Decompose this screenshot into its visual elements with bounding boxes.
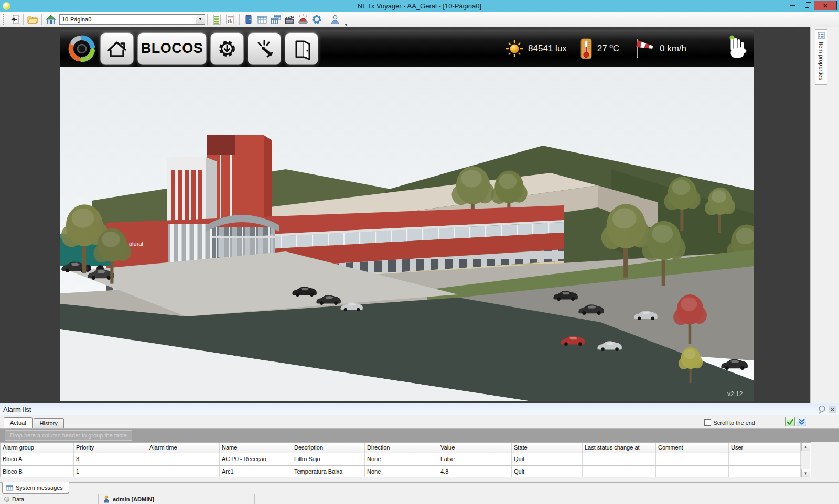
report-icon [224, 14, 236, 25]
alarm-cell: 1 [74, 465, 147, 477]
column-header[interactable]: Value [438, 443, 512, 453]
door-icon [290, 37, 313, 60]
alarm-cell: None [365, 465, 438, 477]
dropdown-arrow-icon[interactable]: ▼ [196, 15, 205, 24]
scroll-down-icon[interactable]: ▼ [801, 469, 810, 477]
status-filler [255, 494, 839, 504]
gear-download-icon [216, 37, 239, 60]
lighting-nav-button[interactable] [248, 32, 281, 65]
column-header[interactable]: State [512, 443, 583, 453]
building-logo-text: plural [129, 240, 143, 247]
properties-icon [818, 32, 825, 39]
scheduler-button[interactable] [283, 13, 296, 26]
touch-control-button[interactable] [726, 35, 747, 62]
separator [207, 14, 208, 25]
alarm-cell: Quit [512, 465, 583, 477]
panel-close-icon[interactable]: ✕ [829, 406, 836, 413]
sun-icon [505, 39, 524, 58]
tab-actual-label: Actual [10, 420, 26, 426]
log-list-icon [211, 14, 222, 25]
alarm-list-button[interactable] [296, 13, 310, 26]
alarm-cell: 4.8 [438, 465, 512, 477]
scroll-up-icon[interactable]: ▲ [801, 443, 810, 451]
alarm-table-scrollbar[interactable]: ▲ ▼ [801, 443, 810, 477]
report-button[interactable] [223, 13, 237, 26]
user-icon [329, 14, 341, 25]
table-icon [256, 14, 268, 25]
column-header[interactable]: Alarm time [147, 443, 220, 453]
multi-table-button[interactable] [269, 13, 283, 26]
home-page-button[interactable] [44, 13, 58, 26]
column-header[interactable]: Direction [365, 443, 438, 453]
close-button[interactable]: ✕ [814, 1, 837, 10]
toolbar-overflow-button[interactable]: ▾ [345, 24, 347, 26]
alarm-row[interactable]: Bloco A3AC P0 - ReceçãoFiltro SujoNoneFa… [1, 453, 801, 465]
log-list-button[interactable] [210, 13, 223, 26]
item-properties-label: Item properties [818, 42, 824, 80]
home-nav-button[interactable] [100, 32, 134, 65]
alarm-cell: AC P0 - Receção [220, 453, 292, 465]
alarm-cell: Filtro Sujo [292, 453, 365, 465]
main-toolbar: 10-Página0 ▼ ▾ [0, 12, 839, 27]
close-icon: ✕ [823, 3, 828, 9]
alarm-row[interactable]: Bloco B1Arc1Temperatura BaixaNone4.8Quit [1, 465, 801, 477]
tab-history[interactable]: History [34, 418, 64, 428]
alarm-cell [583, 453, 656, 465]
home-icon [45, 14, 57, 25]
column-header[interactable]: User [729, 443, 801, 453]
column-header[interactable]: Last status change at [583, 443, 656, 453]
restore-button[interactable] [800, 1, 814, 10]
status-bar: Data admin [ADMIN] [0, 494, 839, 504]
column-header[interactable]: Comment [656, 443, 729, 453]
open-button[interactable] [26, 13, 39, 26]
alarm-panel-title: Alarm list [3, 406, 31, 413]
alarm-panel: Alarm list ✕ Actual History Scroll to th… [0, 403, 839, 482]
status-empty-cell [201, 494, 255, 504]
column-header[interactable]: Alarm group [1, 443, 74, 453]
status-data-cell: Data [0, 494, 99, 504]
blocos-nav-button[interactable]: BLOCOS [137, 32, 207, 65]
column-header[interactable]: Description [292, 443, 365, 453]
page-selector[interactable]: 10-Página0 ▼ [59, 14, 205, 25]
messages-table-icon [6, 484, 13, 491]
right-dock: Item properties [810, 27, 839, 403]
scheduler-icon [284, 14, 295, 25]
thermometer-icon [579, 38, 593, 60]
separator [629, 38, 629, 60]
page-canvas: BLOCOS [0, 27, 810, 403]
jump-to-end-button[interactable] [797, 417, 806, 426]
toolbar-grip[interactable] [3, 14, 5, 25]
column-header[interactable]: Priority [74, 443, 147, 453]
data-status-icon [4, 497, 9, 502]
alarm-cell [729, 465, 801, 477]
system-messages-tab[interactable]: System messages [2, 482, 69, 494]
back-button[interactable] [7, 13, 21, 26]
minimize-button[interactable] [786, 1, 800, 10]
door-panel-button[interactable] [242, 13, 255, 26]
settings-button[interactable] [310, 13, 324, 26]
doors-nav-button[interactable] [285, 32, 318, 65]
separator [23, 14, 24, 25]
user-button[interactable] [328, 13, 342, 26]
alarm-cell: False [438, 453, 512, 465]
alarm-cell: Temperatura Baixa [292, 465, 365, 477]
netx-swirl-logo [67, 34, 96, 63]
light-scene-icon [253, 37, 276, 60]
settings-nav-button[interactable] [210, 32, 244, 65]
tab-actual[interactable]: Actual [4, 417, 33, 428]
alarm-cell [583, 465, 656, 477]
table-view-button[interactable] [255, 13, 269, 26]
alarm-cell: Arc1 [220, 465, 292, 477]
group-by-bar[interactable]: Drop here a column header to group the t… [0, 428, 839, 442]
group-hint: Drop here a column header to group the t… [5, 430, 132, 441]
item-properties-tab[interactable]: Item properties [815, 29, 827, 85]
scroll-to-end-checkbox[interactable] [704, 419, 711, 426]
wind-speed-value: 0 km/h [660, 43, 686, 54]
minimize-icon [790, 5, 795, 6]
pin-balloon-icon[interactable] [818, 405, 826, 414]
title-bar: NETx Voyager - AA_Geral - [10-Página0] ✕ [0, 0, 839, 12]
column-header[interactable]: Name [220, 443, 292, 453]
alarm-cell [656, 453, 729, 465]
bottom-tab-row: System messages [0, 482, 839, 494]
acknowledge-button[interactable] [785, 417, 795, 426]
